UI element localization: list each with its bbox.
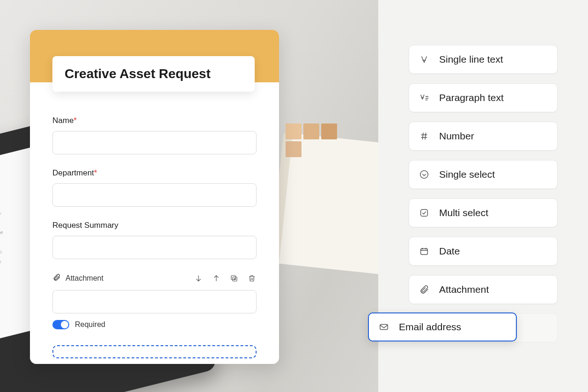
duplicate-icon[interactable] [229, 274, 239, 283]
field-department: Department* [52, 168, 257, 207]
attachment-input[interactable] [52, 290, 257, 313]
move-down-icon[interactable] [194, 274, 203, 283]
svg-point-2 [420, 171, 428, 179]
field-type-attachment[interactable]: Attachment [409, 275, 558, 304]
form-body: Name* Department* Request Summary Attach… [30, 82, 279, 364]
background-swatch [303, 123, 319, 139]
required-label: Required [75, 320, 105, 329]
required-asterisk: * [74, 116, 77, 125]
field-type-label: Paragraph text [439, 92, 504, 103]
attachment-header: Attachment [52, 273, 257, 283]
field-name: Name* [52, 116, 257, 154]
background-swatch [286, 123, 301, 139]
field-type-label: Number [439, 131, 474, 142]
field-type-label: Attachment [439, 284, 489, 295]
label-text: Department [52, 168, 94, 177]
field-type-number[interactable]: Number [409, 122, 558, 151]
summary-input[interactable] [52, 236, 257, 259]
attachment-label-group: Attachment [52, 273, 103, 283]
field-label-summary: Request Summary [52, 221, 257, 230]
text-icon [419, 54, 430, 65]
field-label-name: Name* [52, 116, 257, 125]
move-up-icon[interactable] [212, 274, 221, 283]
label-text: Name [52, 116, 74, 125]
background-swatch [321, 123, 337, 139]
paperclip-icon [419, 284, 430, 295]
paperclip-icon [52, 273, 61, 283]
required-toggle[interactable] [52, 320, 69, 329]
field-type-label: Single line text [439, 54, 503, 65]
field-dropzone[interactable] [52, 345, 257, 358]
required-asterisk: * [94, 168, 97, 177]
field-type-label: Multi select [439, 207, 488, 218]
field-type-paragraph[interactable]: Paragraph text [409, 83, 558, 112]
field-type-single-select[interactable]: Single select [409, 160, 558, 189]
field-type-label: Date [439, 246, 460, 257]
field-type-label: Single select [439, 169, 495, 180]
name-input[interactable] [52, 131, 257, 154]
delete-icon[interactable] [247, 274, 257, 283]
field-label-department: Department* [52, 168, 257, 178]
form-title[interactable]: Creative Asset Request [52, 56, 255, 92]
department-input[interactable] [52, 183, 257, 207]
checkbox-icon [419, 207, 430, 218]
calendar-icon [419, 246, 430, 257]
required-row: Required [52, 320, 257, 329]
field-type-date[interactable]: Date [409, 237, 558, 266]
chevron-down-circle-icon [419, 169, 430, 180]
background-swatch [286, 141, 301, 157]
attachment-toolbar [194, 274, 257, 283]
field-type-single-line[interactable]: Single line text [409, 45, 558, 74]
envelope-icon [378, 321, 390, 333]
svg-rect-3 [421, 210, 428, 217]
hash-icon [419, 131, 430, 142]
field-type-email-dragging[interactable]: Email address [368, 312, 517, 341]
form-builder-card: Creative Asset Request Name* Department*… [30, 30, 279, 364]
svg-rect-4 [421, 249, 428, 255]
paragraph-icon [419, 92, 430, 103]
field-attachment: Attachment Required [52, 273, 257, 329]
field-type-multi-select[interactable]: Multi select [409, 198, 558, 227]
field-summary: Request Summary [52, 221, 257, 259]
svg-rect-5 [380, 325, 388, 330]
attachment-label: Attachment [66, 274, 103, 283]
field-type-label: Email address [399, 321, 461, 333]
